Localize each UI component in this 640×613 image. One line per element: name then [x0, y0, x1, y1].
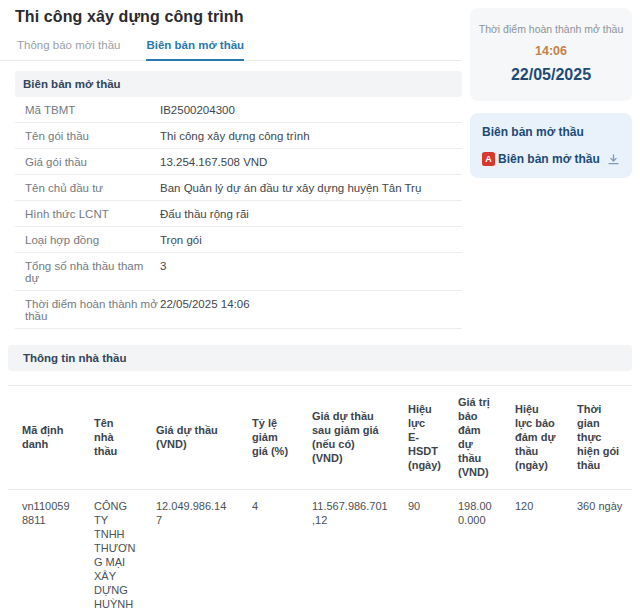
cell-hieu-luc-ehsdt: 90: [394, 490, 444, 613]
col-header-hieu-luc-bao-dam: Hiệu lực bảo đảm dự thầu (ngày): [501, 386, 563, 490]
contractors-table: Mã định danh Tên nhà thầu Giá dự thầu (V…: [8, 385, 632, 613]
col-header-ten-nha-thau: Tên nhà thầu: [80, 386, 142, 490]
completion-time-label: Thời điểm hoàn thành mở thầu: [478, 23, 624, 35]
field-label: Giá gói thầu: [25, 156, 160, 168]
field-label: Loại hợp đồng: [25, 234, 160, 246]
field-label: Tên gói thầu: [25, 130, 160, 142]
cell-ty-le-giam-gia: 4: [238, 490, 298, 613]
field-value: IB2500204300: [160, 104, 462, 116]
field-row-thoi-diem-hoan-thanh: Thời điểm hoàn thành mở thầu 22/05/2025 …: [15, 291, 462, 329]
page-title: Thi công xây dựng công trình: [15, 8, 462, 26]
cell-hieu-luc-bao-dam: 120: [501, 490, 563, 613]
field-row-loai-hop-dong: Loại hợp đồng Trọn gói: [15, 227, 462, 253]
tab-bien-ban-mo-thau[interactable]: Biên bản mở thầu: [146, 39, 244, 61]
field-row-ten-goi-thau: Tên gói thầu Thi công xây dựng công trìn…: [15, 123, 462, 149]
tab-thong-bao-moi-thau[interactable]: Thông báo mời thầu: [17, 39, 120, 60]
field-value: Ban Quản lý dự án đầu tư xây dựng huyện …: [160, 182, 462, 194]
bid-record-fields: Mã TBMT IB2500204300 Tên gói thầu Thi cô…: [15, 97, 462, 329]
bid-detail-page: Thi công xây dựng công trình Thông báo m…: [0, 0, 640, 613]
field-row-tong-so-nha-thau: Tổng số nhà thầu tham dự 3: [15, 253, 462, 291]
col-header-gia-sau-giam-gia: Giá dự thầu sau giảm giá (nếu có) (VND): [298, 386, 394, 490]
document-download-link[interactable]: Biên bản mở thầu: [498, 152, 600, 166]
pdf-file-icon: A: [482, 152, 495, 166]
field-row-ten-chu-dau-tu: Tên chủ đầu tư Ban Quản lý dự án đầu tư …: [15, 175, 462, 201]
field-value: Trọn gói: [160, 234, 462, 246]
main-column: Thi công xây dựng công trình Thông báo m…: [0, 0, 462, 329]
col-header-gia-du-thau: Giá dự thầu (VND): [142, 386, 238, 490]
cell-gia-du-thau: 12.049.986.147: [142, 490, 238, 613]
cell-gia-sau-giam-gia: 11.567.986.701,12: [298, 490, 394, 613]
col-header-hieu-luc-ehsdt: Hiệu lực E-HSDT (ngày): [394, 386, 444, 490]
completion-time-card: Thời điểm hoàn thành mở thầu 14:06 22/05…: [470, 8, 632, 101]
cell-ma-dinh-danh: vn1100598811: [8, 490, 80, 613]
field-row-ma-tbmt: Mã TBMT IB2500204300: [15, 97, 462, 123]
field-row-hinh-thuc-lcnt: Hình thức LCNT Đấu thầu rộng rãi: [15, 201, 462, 227]
completion-date-value: 22/05/2025: [478, 66, 624, 84]
bid-record-section-header: Biên bản mở thầu: [15, 71, 462, 97]
field-value: 22/05/2025 14:06: [160, 298, 462, 310]
download-icon[interactable]: [607, 153, 620, 166]
field-value: 3: [160, 260, 462, 272]
col-header-ty-le-giam-gia: Tỷ lệ giảm giá (%): [238, 386, 298, 490]
col-header-thoi-gian-thuc-hien: Thời gian thực hiện gói thầu: [563, 386, 632, 490]
field-row-gia-goi-thau: Giá gói thầu 13.254.167.508 VND: [15, 149, 462, 175]
top-row: Thi công xây dựng công trình Thông báo m…: [0, 0, 640, 329]
col-header-ma-dinh-danh: Mã định danh: [8, 386, 80, 490]
field-label: Mã TBMT: [25, 104, 160, 116]
field-label: Tổng số nhà thầu tham dự: [25, 260, 160, 284]
completion-time-value: 14:06: [478, 44, 624, 58]
sidebar: Thời điểm hoàn thành mở thầu 14:06 22/05…: [470, 0, 632, 178]
contractors-section-header: Thông tin nhà thầu: [8, 345, 632, 371]
tab-bar: Thông báo mời thầu Biên bản mở thầu: [0, 39, 462, 61]
field-label: Thời điểm hoàn thành mở thầu: [25, 298, 160, 322]
document-card-title: Biên bản mở thầu: [482, 125, 620, 139]
cell-ten-nha-thau: CÔNG TY TNHH THƯƠNG MẠI XÂY DỰNG HUỲNH T…: [80, 490, 142, 613]
field-value: Thi công xây dựng công trình: [160, 130, 462, 142]
field-label: Hình thức LCNT: [25, 208, 160, 220]
cell-thoi-gian-thuc-hien: 360 ngày: [563, 490, 632, 613]
table-header-row: Mã định danh Tên nhà thầu Giá dự thầu (V…: [8, 386, 632, 490]
contractors-table-wrap: Mã định danh Tên nhà thầu Giá dự thầu (V…: [8, 385, 632, 613]
field-label: Tên chủ đầu tư: [25, 182, 160, 194]
cell-gia-tri-bao-dam: 198.000.000: [444, 490, 501, 613]
field-value: Đấu thầu rộng rãi: [160, 208, 462, 220]
field-value: 13.254.167.508 VND: [160, 156, 462, 168]
bid-record-document-card: Biên bản mở thầu A Biên bản mở thầu: [470, 113, 632, 178]
document-link-row: A Biên bản mở thầu: [482, 152, 620, 166]
col-header-gia-tri-bao-dam: Giá trị bảo đảm dự thầu (VND): [444, 386, 501, 490]
table-row: vn1100598811 CÔNG TY TNHH THƯƠNG MẠI XÂY…: [8, 490, 632, 613]
